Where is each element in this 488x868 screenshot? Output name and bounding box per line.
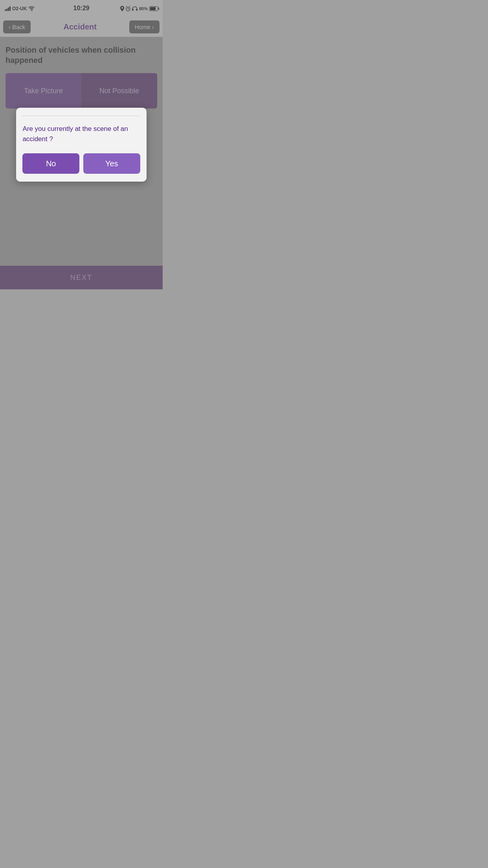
- modal-buttons: No Yes: [22, 153, 140, 174]
- modal-dialog: Are you currently at the scene of an acc…: [16, 108, 146, 182]
- modal-overlay: Are you currently at the scene of an acc…: [0, 0, 163, 289]
- modal-no-button[interactable]: No: [22, 153, 79, 174]
- modal-yes-button[interactable]: Yes: [83, 153, 140, 174]
- modal-message: Are you currently at the scene of an acc…: [22, 124, 140, 144]
- modal-divider: [22, 116, 140, 116]
